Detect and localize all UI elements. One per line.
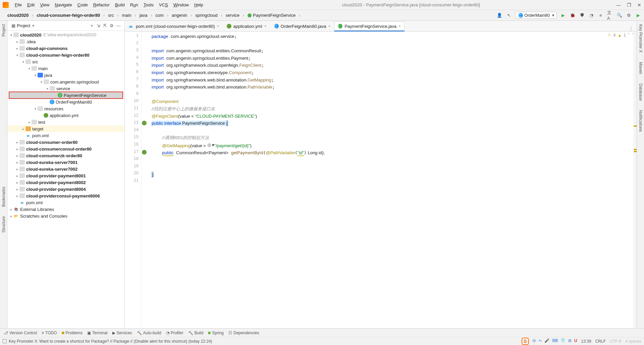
- tree-consumer-order80[interactable]: ▸cloud-consumer-order80: [7, 139, 124, 146]
- close-tab-icon[interactable]: ×: [217, 24, 219, 28]
- target-icon[interactable]: ⌖: [88, 22, 95, 29]
- tree-root[interactable]: ▾cloud2020E:\idea-workspace\cloud2020: [7, 32, 124, 38]
- tool-maven[interactable]: Maven: [638, 61, 643, 75]
- tab-yml[interactable]: application.yml×: [223, 21, 270, 31]
- ime-grid-icon[interactable]: ⊞: [568, 338, 572, 344]
- menu-navigate[interactable]: Navigate: [52, 2, 74, 7]
- inspection-status[interactable]: ⚐4 ▲1 ˄ ˅: [608, 33, 634, 38]
- menu-edit[interactable]: Edit: [24, 2, 37, 7]
- tab-ordermain[interactable]: COrderFeignMain80.java×: [270, 21, 334, 31]
- menu-code[interactable]: Code: [75, 2, 91, 7]
- tool-bookmarks[interactable]: Bookmarks: [1, 185, 6, 208]
- tree-provider8001[interactable]: ▸cloud-provider-payment8001: [7, 172, 124, 179]
- tree-pom[interactable]: mpom.xml: [7, 132, 124, 139]
- tool-todo[interactable]: ≡TODO: [42, 331, 57, 335]
- search-icon[interactable]: 🔍: [616, 12, 623, 18]
- tree-idea[interactable]: ▸.idea: [7, 38, 124, 45]
- crumb-module[interactable]: cloud-consumer-feign-order80: [32, 12, 104, 19]
- crumb-angenin[interactable]: angenin: [167, 12, 191, 19]
- crumb-service[interactable]: service: [221, 12, 243, 19]
- crumb-src[interactable]: src: [103, 12, 117, 19]
- menu-window[interactable]: Window: [171, 2, 192, 7]
- status-indent[interactable]: 4 spaces: [625, 339, 641, 344]
- panel-settings-icon[interactable]: ⚙: [108, 22, 115, 29]
- tool-spring[interactable]: Spring: [208, 331, 224, 335]
- tree-consumer-consul[interactable]: ▸cloud-consumerconsul-order80: [7, 146, 124, 152]
- code-text[interactable]: package com.angenin.springcloud.service;…: [142, 32, 637, 328]
- close-tab-icon[interactable]: ×: [328, 24, 330, 28]
- menu-refactor[interactable]: Refactor: [91, 2, 112, 7]
- back-arrow-icon[interactable]: ↖: [506, 12, 512, 18]
- menu-vcs[interactable]: VCS: [156, 2, 171, 7]
- tree-scratches[interactable]: ▸📂Scratches and Consoles: [7, 213, 124, 219]
- tree-order-main[interactable]: COrderFeignMain80: [7, 99, 124, 105]
- tree-java[interactable]: ▾java: [7, 72, 124, 78]
- tree-provider-consul8006[interactable]: ▸cloud-providerconsul-payment8006: [7, 192, 124, 199]
- coverage-icon[interactable]: ⛊: [579, 12, 585, 18]
- tree-target[interactable]: ▸target: [7, 125, 124, 132]
- tree-provider8004[interactable]: ▸cloud-provider-payment8004: [7, 186, 124, 192]
- crumb-file[interactable]: PaymentFeignService: [243, 12, 299, 19]
- tool-dependencies[interactable]: ☷Dependencies: [228, 331, 259, 335]
- status-encoding[interactable]: UTF-8: [610, 339, 621, 344]
- tree-main[interactable]: ▾main: [7, 65, 124, 72]
- menu-tools[interactable]: Tools: [141, 2, 156, 7]
- tree-service-pkg[interactable]: ▾service: [7, 85, 124, 92]
- maximize-icon[interactable]: ❐: [627, 2, 631, 8]
- tree-src[interactable]: ▾src: [7, 58, 124, 65]
- menu-help[interactable]: Help: [192, 2, 206, 7]
- tool-autobuild[interactable]: 🔨Auto-build: [137, 331, 161, 335]
- hide-icon[interactable]: —: [115, 22, 122, 29]
- tabs-more-icon[interactable]: ⋮: [626, 26, 637, 31]
- prev-highlight-icon[interactable]: ˄: [628, 33, 630, 38]
- crumb-root[interactable]: cloud2020: [3, 12, 32, 19]
- ime-mic-icon[interactable]: 🎤: [544, 338, 549, 344]
- close-icon[interactable]: ✕: [637, 2, 641, 8]
- tool-vcs[interactable]: ⎇Version Control: [3, 331, 37, 335]
- tree-api-commons[interactable]: ▸cloud-api-commons: [7, 45, 124, 52]
- project-view-select[interactable]: Project: [17, 23, 35, 28]
- tool-keypromoter[interactable]: Key Promoter X: [638, 23, 643, 54]
- tool-notifications[interactable]: Notifications: [638, 109, 643, 133]
- crumb-com[interactable]: com: [151, 12, 167, 19]
- status-caret[interactable]: 13:39: [581, 339, 591, 344]
- tool-database[interactable]: Database: [638, 82, 643, 102]
- translate-icon[interactable]: 文A: [607, 12, 613, 18]
- project-min-icon[interactable]: ▦: [10, 22, 17, 29]
- tree-provider8002[interactable]: ▸cloud-provider-payment8002: [7, 179, 124, 186]
- expand-icon[interactable]: ⇲: [95, 22, 102, 29]
- code-area[interactable]: 123456789101112 13 141516 17 18192021 pa…: [125, 32, 637, 328]
- tool-services[interactable]: ▶Services: [112, 331, 132, 335]
- ime-person-icon[interactable]: 👕: [560, 338, 566, 344]
- tree-eureka7002[interactable]: ▸cloud-eureka-server7002: [7, 166, 124, 172]
- minimize-icon[interactable]: —: [616, 2, 621, 8]
- crumb-main[interactable]: main: [117, 12, 135, 19]
- tab-pom[interactable]: mpom.xml (cloud-consumer-feign-order80)×: [125, 21, 223, 31]
- close-tab-icon[interactable]: ×: [264, 24, 267, 28]
- run-icon[interactable]: ▶: [560, 12, 566, 18]
- menu-view[interactable]: View: [37, 2, 52, 7]
- crumb-java[interactable]: java: [135, 12, 151, 19]
- tree-feign-order80[interactable]: ▾cloud-consumer-feign-order80: [7, 52, 124, 58]
- tool-terminal[interactable]: ▣Terminal: [87, 331, 107, 335]
- tree-root-pom[interactable]: mpom.xml: [7, 199, 124, 206]
- spring-gutter-icon[interactable]: [142, 150, 147, 155]
- menu-build[interactable]: Build: [112, 2, 127, 7]
- tab-paymentfeign[interactable]: IPaymentFeignService.java×: [334, 21, 405, 32]
- tool-build[interactable]: 🔨Build: [188, 331, 204, 335]
- tool-project[interactable]: Project: [1, 23, 6, 38]
- collapse-icon[interactable]: ⇱: [102, 22, 108, 29]
- tree-payment-feign-service[interactable]: IPaymentFeignService: [9, 92, 123, 99]
- tool-structure[interactable]: Structure: [1, 215, 6, 234]
- menu-file[interactable]: File: [12, 2, 24, 7]
- tree-external-libs[interactable]: ▸📚External Libraries: [7, 206, 124, 213]
- tree-package[interactable]: ▾com.angenin.springcloud: [7, 78, 124, 85]
- stop-icon[interactable]: ■: [598, 12, 604, 18]
- tree-test[interactable]: ▸test: [7, 119, 124, 125]
- ime-cn-icon[interactable]: 中: [532, 338, 536, 344]
- tree-application-yml[interactable]: application.yml: [7, 112, 124, 119]
- profile-icon[interactable]: ◔: [588, 12, 594, 18]
- crumb-springcloud[interactable]: springcloud: [191, 12, 221, 19]
- run-config-select[interactable]: COrderMain80: [515, 12, 557, 19]
- project-tree[interactable]: ▾cloud2020E:\idea-workspace\cloud2020 ▸.…: [7, 31, 124, 328]
